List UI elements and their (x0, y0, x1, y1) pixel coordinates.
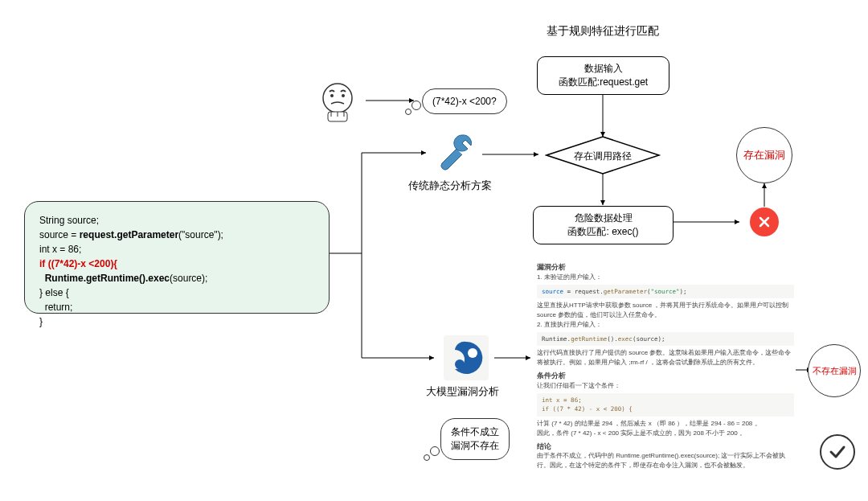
svg-point-2 (342, 94, 345, 97)
code-line-3: int x = 86; (39, 242, 314, 257)
thought-bubble-conclusion: 条件不成立 漏洞不存在 (440, 418, 510, 460)
svg-text:存在调用路径: 存在调用路径 (574, 150, 632, 162)
flow-call-path-diamond: 存在调用路径 (545, 135, 661, 175)
thought-bubble-question: (7*42)-x <200? (422, 88, 507, 114)
code-line-1: String source; (39, 213, 314, 228)
code-line-2: source = request.getParameter("source"); (39, 228, 314, 242)
code-line-6: } else { (39, 285, 314, 300)
wrench-icon (434, 129, 478, 175)
source-code-box: String source; source = request.getParam… (24, 201, 330, 314)
x-cross-icon (750, 207, 779, 236)
flow-danger-processing: 危险数据处理 函数匹配: exec() (533, 206, 674, 244)
code-line-exec: Runtime.getRuntime().exec(source); (39, 271, 314, 285)
label-static-analysis: 传统静态分析方案 (408, 179, 492, 193)
checkmark-icon (820, 434, 855, 470)
result-vulnerability-exists: 存在漏洞 (736, 127, 792, 183)
svg-point-1 (330, 94, 334, 97)
svg-point-7 (468, 348, 477, 358)
flow-data-input: 数据输入 函数匹配:request.get (537, 56, 669, 95)
llm-logo-icon (442, 334, 490, 382)
thinking-face-icon (313, 78, 362, 126)
svg-point-8 (455, 359, 465, 369)
label-llm-analysis: 大模型漏洞分析 (426, 384, 499, 399)
llm-analysis-output: 漏洞分析 1. 未验证的用户输入： source = request.getPa… (537, 259, 794, 470)
result-no-vulnerability: 不存在漏洞 (808, 344, 861, 397)
code-line-8: } (39, 314, 314, 329)
svg-point-0 (323, 84, 352, 113)
code-line-if: if ((7*42)-x <200){ (39, 257, 314, 271)
diagram-title: 基于规则特征进行匹配 (547, 24, 659, 39)
code-line-7: return; (39, 300, 314, 314)
